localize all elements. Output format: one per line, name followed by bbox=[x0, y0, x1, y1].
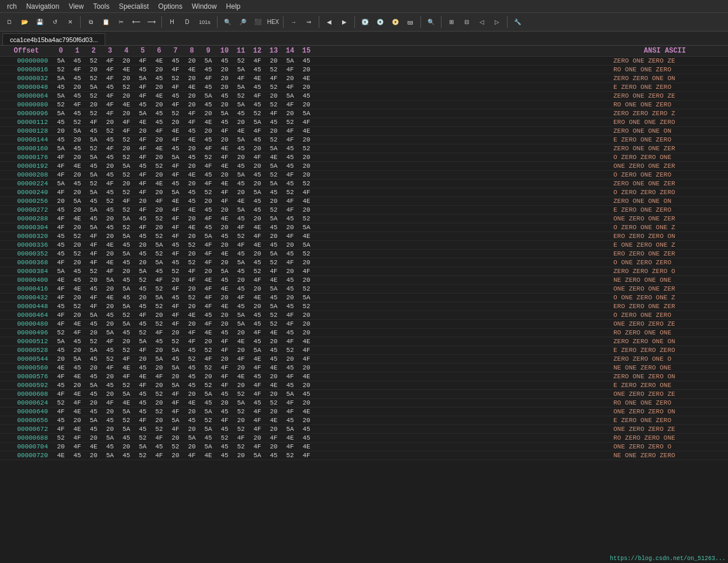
hex-cell[interactable]: 4E bbox=[249, 75, 265, 82]
hex-cell[interactable]: 52 bbox=[53, 399, 69, 406]
offset-cell[interactable]: 00000064 bbox=[0, 92, 53, 99]
hex-cell[interactable]: 5A bbox=[184, 434, 200, 441]
offset-cell[interactable]: 00000400 bbox=[0, 277, 53, 284]
hex-cell[interactable]: 4F bbox=[53, 320, 69, 327]
hex-cell[interactable]: 4F bbox=[282, 443, 298, 450]
hex-cell[interactable]: 20 bbox=[298, 66, 315, 73]
offset-cell[interactable]: 00000192 bbox=[0, 163, 53, 170]
hex-cell[interactable]: 52 bbox=[265, 312, 282, 319]
hex-cell[interactable]: 4F bbox=[167, 399, 184, 406]
hex-cell[interactable]: 45 bbox=[265, 224, 282, 231]
hex-cell[interactable]: 20 bbox=[216, 136, 233, 143]
hex-cell[interactable]: 45 bbox=[282, 417, 298, 424]
hex-cell[interactable]: 4E bbox=[265, 329, 282, 336]
hex-cell[interactable]: 4F bbox=[53, 312, 69, 319]
hex-cell[interactable]: 4F bbox=[282, 373, 298, 380]
hex-cell[interactable]: 5A bbox=[85, 136, 102, 143]
hex-cell[interactable]: 4F bbox=[200, 215, 216, 222]
hex-cell[interactable]: 4F bbox=[200, 320, 216, 327]
hex-cell[interactable]: 45 bbox=[249, 198, 265, 205]
hex-cell[interactable]: 52 bbox=[151, 285, 167, 292]
offset-cell[interactable]: 00000288 bbox=[0, 215, 53, 222]
hex-cell[interactable]: 45 bbox=[184, 382, 200, 389]
hex-cell[interactable]: 20 bbox=[69, 259, 85, 266]
hex-cell[interactable]: 45 bbox=[167, 92, 184, 99]
hex-cell[interactable]: 4F bbox=[200, 145, 216, 152]
hex-cell[interactable]: 45 bbox=[265, 189, 282, 196]
hex-cell[interactable]: 45 bbox=[85, 408, 102, 415]
hex-cell[interactable]: 45 bbox=[151, 443, 167, 450]
hex-cell[interactable]: 4F bbox=[282, 259, 298, 266]
hex-cell[interactable]: 4E bbox=[298, 75, 315, 82]
hex-cell[interactable]: 4E bbox=[298, 198, 315, 205]
hex-cell[interactable]: 5A bbox=[118, 320, 134, 327]
hex-cell[interactable]: 45 bbox=[200, 434, 216, 441]
offset-cell[interactable]: 00000048 bbox=[0, 84, 53, 91]
hex-cell[interactable]: 4F bbox=[167, 206, 184, 213]
hex-cell[interactable]: 45 bbox=[282, 180, 298, 187]
hex-cell[interactable]: 45 bbox=[151, 268, 167, 275]
hex-cell[interactable]: 4F bbox=[134, 417, 151, 424]
hex-cell[interactable]: 4F bbox=[151, 329, 167, 336]
hex-cell[interactable]: 4E bbox=[151, 145, 167, 152]
offset-cell[interactable]: 00000544 bbox=[0, 355, 53, 362]
hex-cell[interactable]: 20 bbox=[53, 443, 69, 450]
hex-cell[interactable]: 20 bbox=[167, 119, 184, 126]
hex-cell[interactable]: 45 bbox=[184, 417, 200, 424]
hex-cell[interactable]: 45 bbox=[200, 171, 216, 178]
hex-cell[interactable]: 20 bbox=[151, 347, 167, 354]
hex-cell[interactable]: 45 bbox=[233, 303, 249, 310]
offset-cell[interactable]: 00000624 bbox=[0, 399, 53, 406]
hex-cell[interactable]: 20 bbox=[151, 171, 167, 178]
hex-cell[interactable]: 20 bbox=[102, 391, 118, 398]
hex-cell[interactable]: 52 bbox=[233, 391, 249, 398]
hex-cell[interactable]: 52 bbox=[118, 154, 134, 161]
hex-cell[interactable]: 4E bbox=[233, 338, 249, 345]
hex-cell[interactable]: 5A bbox=[265, 285, 282, 292]
hex-cell[interactable]: 4F bbox=[216, 382, 233, 389]
hex-cell[interactable]: 4F bbox=[233, 224, 249, 231]
hex-cell[interactable]: 4E bbox=[69, 426, 85, 433]
hex-cell[interactable]: 4E bbox=[265, 154, 282, 161]
toolbar-dec[interactable]: D bbox=[180, 15, 194, 29]
hex-cell[interactable]: 4E bbox=[118, 399, 134, 406]
hex-cell[interactable]: 5A bbox=[151, 355, 167, 362]
hex-cell[interactable]: 4F bbox=[167, 215, 184, 222]
hex-cell[interactable]: 4E bbox=[298, 408, 315, 415]
hex-cell[interactable]: 4F bbox=[134, 171, 151, 178]
hex-cell[interactable]: 4F bbox=[85, 241, 102, 248]
hex-cell[interactable]: 4E bbox=[151, 180, 167, 187]
hex-cell[interactable]: 4E bbox=[151, 57, 167, 64]
hex-cell[interactable]: 5A bbox=[200, 391, 216, 398]
hex-cell[interactable]: 52 bbox=[118, 84, 134, 91]
hex-cell[interactable]: 20 bbox=[249, 303, 265, 310]
offset-cell[interactable]: 00000656 bbox=[0, 417, 53, 424]
hex-cell[interactable]: 5A bbox=[118, 250, 134, 257]
menu-specialist[interactable]: Specialist bbox=[114, 1, 153, 12]
hex-cell[interactable]: 45 bbox=[69, 110, 85, 117]
hex-cell[interactable]: 20 bbox=[233, 154, 249, 161]
hex-cell[interactable]: 4E bbox=[216, 250, 233, 257]
hex-cell[interactable]: 20 bbox=[118, 180, 134, 187]
hex-cell[interactable]: 45 bbox=[233, 145, 249, 152]
hex-cell[interactable]: 52 bbox=[167, 268, 184, 275]
hex-cell[interactable]: 4E bbox=[151, 92, 167, 99]
hex-cell[interactable]: 45 bbox=[134, 101, 151, 108]
hex-cell[interactable]: 20 bbox=[184, 92, 200, 99]
hex-cell[interactable]: 4F bbox=[151, 127, 167, 134]
hex-cell[interactable]: 4F bbox=[102, 338, 118, 345]
hex-cell[interactable]: 20 bbox=[134, 241, 151, 248]
hex-cell[interactable]: 4F bbox=[53, 154, 69, 161]
hex-cell[interactable]: 45 bbox=[102, 382, 118, 389]
hex-cell[interactable]: 45 bbox=[134, 320, 151, 327]
hex-cell[interactable]: 52 bbox=[102, 198, 118, 205]
hex-cell[interactable]: 20 bbox=[265, 57, 282, 64]
hex-cell[interactable]: 20 bbox=[167, 373, 184, 380]
hex-cell[interactable]: 5A bbox=[249, 347, 265, 354]
hex-cell[interactable]: 52 bbox=[85, 75, 102, 82]
hex-cell[interactable]: 4E bbox=[216, 303, 233, 310]
hex-cell[interactable]: 45 bbox=[134, 364, 151, 371]
hex-cell[interactable]: 5A bbox=[134, 268, 151, 275]
hex-cell[interactable]: 20 bbox=[184, 101, 200, 108]
hex-cell[interactable]: 4F bbox=[216, 417, 233, 424]
